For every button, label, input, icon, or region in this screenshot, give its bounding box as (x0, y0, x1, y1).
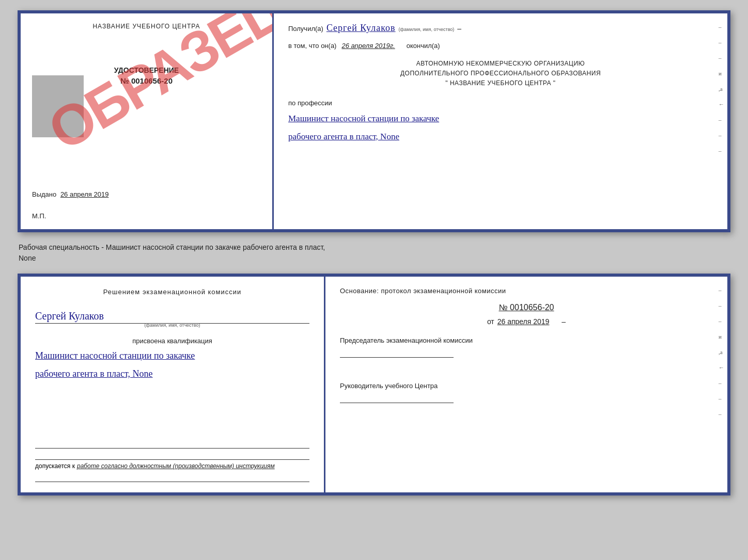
protocol-date-prefix: от (487, 317, 494, 326)
bottom-doc-right: Основание: протокол экзаменационной коми… (325, 277, 727, 492)
protocol-date: от 26 апреля 2019 – (340, 317, 713, 326)
profession-label: по профессии (288, 99, 713, 107)
commission-decision: Решением экзаменационной комиссии (35, 287, 309, 298)
dash1: – (457, 24, 461, 33)
director-sig-line (340, 394, 454, 403)
date-line: в том, что он(а) 26 апреля 2019г. окончи… (288, 42, 713, 50)
top-document: НАЗВАНИЕ УЧЕБНОГО ЦЕНТРА ОБРАЗЕЦ УДОСТОВ… (18, 10, 730, 232)
top-doc-left-panel: НАЗВАНИЕ УЧЕБНОГО ЦЕНТРА ОБРАЗЕЦ УДОСТОВ… (21, 13, 274, 229)
issued-date-value: 26 апреля 2019 (60, 190, 109, 198)
issued-label: Выдано (32, 190, 56, 198)
photo-placeholder (32, 75, 84, 137)
person-name-large: Сергей Кулаков (35, 310, 309, 324)
protocol-number: № 0010656-20 (340, 303, 713, 312)
bottom-document: Решением экзаменационной комиссии Сергей… (18, 274, 730, 495)
between-line2: None (19, 253, 729, 264)
sig-line-3 (35, 473, 309, 482)
person-block: Сергей Кулаков (фамилия, имя, отчество) (35, 307, 309, 328)
qual-line2: рабочего агента в пласт, None (35, 367, 309, 381)
issued-date: Выдано 26 апреля 2019 (32, 190, 108, 198)
org-line3: " НАЗВАНИЕ УЧЕБНОГО ЦЕНТРА " (288, 78, 713, 88)
chairman-block: Председатель экзаменационной комиссии (340, 336, 713, 358)
allowed-block: допускается к работе согласно должностны… (35, 462, 309, 471)
org-line1: АВТОНОМНУЮ НЕКОММЕРЧЕСКУЮ ОРГАНИЗАЦИЮ (288, 59, 713, 69)
between-line1: Рабочая специальность - Машинист насосно… (19, 242, 729, 253)
sig-line-2 (35, 451, 309, 460)
assigned-label: присвоена квалификация (35, 337, 309, 345)
finished-label: окончил(а) (407, 42, 440, 50)
date-value-top: 26 апреля 2019г. (341, 42, 395, 50)
in-that-label: в том, что он(а) (288, 42, 336, 50)
recipient-name: Сергей Кулаков (326, 23, 396, 34)
top-doc-right-panel: Получил(а) Сергей Кулаков (фамилия, имя,… (274, 13, 727, 229)
director-label: Руководитель учебного Центра (340, 381, 713, 391)
fio-hint-top: (фамилия, имя, отчество) (399, 27, 455, 32)
allowed-text: работе согласно должностным (производств… (77, 462, 275, 471)
certificate-title: УДОСТОВЕРЕНИЕ (114, 66, 179, 74)
chairman-sig-line (340, 348, 454, 358)
recipient-line: Получил(а) Сергей Кулаков (фамилия, имя,… (288, 23, 713, 34)
fio-hint-bottom: (фамилия, имя, отчество) (35, 323, 309, 328)
org-block: АВТОНОМНУЮ НЕКОММЕРЧЕСКУЮ ОРГАНИЗАЦИЮ ДО… (288, 59, 713, 89)
basis-line: Основание: протокол экзаменационной коми… (340, 287, 713, 295)
received-label: Получил(а) (288, 25, 323, 33)
profession-line2: рабочего агента в пласт, None (288, 130, 713, 143)
between-text: Рабочая специальность - Машинист насосно… (18, 240, 730, 266)
protocol-date-value: 26 апреля 2019 (497, 317, 550, 326)
right-edge-marks: – – – и ,а ← – – – (719, 24, 724, 154)
profession-line1: Машинист насосной станции по закачке (288, 112, 713, 125)
chairman-label: Председатель экзаменационной комиссии (340, 336, 713, 345)
qual-line1: Машинист насосной станции по закачке (35, 349, 309, 363)
bottom-doc-left: Решением экзаменационной комиссии Сергей… (21, 277, 325, 492)
sig-line-1 (35, 439, 309, 449)
mp-label: М.П. (32, 212, 46, 220)
certificate-number: № 0010656-20 (120, 76, 173, 85)
bottom-lines: допускается к работе согласно должностны… (35, 439, 309, 482)
director-block: Руководитель учебного Центра (340, 373, 713, 403)
org-line2: ДОПОЛНИТЕЛЬНОГО ПРОФЕССИОНАЛЬНОГО ОБРАЗО… (288, 69, 713, 78)
right-edge-marks2: – – – и ,а ← – – – (719, 287, 724, 417)
school-name-top: НАЗВАНИЕ УЧЕБНОГО ЦЕНТРА (92, 23, 200, 30)
allowed-prefix: допускается к (35, 462, 75, 470)
